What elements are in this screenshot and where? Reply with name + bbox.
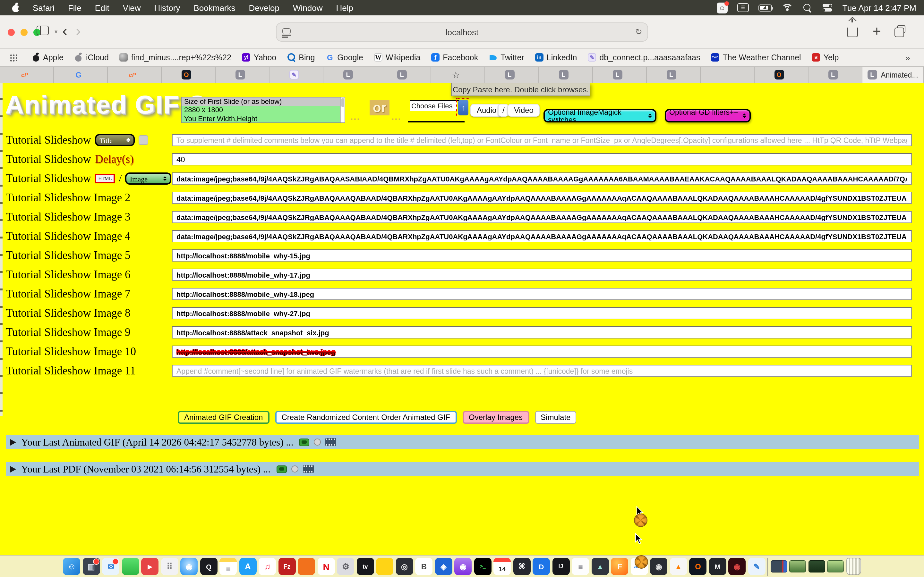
dock-item[interactable]	[376, 558, 394, 575]
dock-item[interactable]	[771, 560, 787, 572]
browser-tab[interactable]	[431, 67, 485, 83]
tab-overview-icon[interactable]	[897, 25, 905, 33]
dock-item[interactable]	[122, 558, 139, 575]
title-config-input[interactable]	[172, 134, 912, 147]
bookmark-item[interactable]: Yelp	[812, 53, 839, 62]
action-button[interactable]: Simulate	[535, 411, 576, 424]
image-url-input[interactable]	[172, 192, 912, 204]
dock-item[interactable]	[809, 560, 825, 572]
film-icon[interactable]	[302, 465, 313, 473]
battery-icon[interactable]	[758, 4, 772, 11]
gd-filters-select[interactable]: Optional GD filters++ ...	[665, 109, 751, 122]
size-select-scrollbar[interactable]	[340, 97, 344, 122]
disclosure-triangle-icon[interactable]	[10, 466, 16, 472]
bookmark-item[interactable]: The Weather Channel	[711, 53, 801, 62]
browser-tab[interactable]	[270, 67, 323, 83]
dock-item[interactable]: ◉	[181, 558, 198, 575]
dock-item[interactable]: ☺	[63, 558, 81, 575]
address-bar[interactable]: localhost	[276, 23, 648, 42]
gif-file-icon[interactable]	[299, 438, 309, 446]
dock-item[interactable]: ▶	[142, 558, 159, 575]
choose-files-button[interactable]: Choose Files	[410, 101, 457, 111]
close-window-button[interactable]	[8, 29, 15, 36]
size-select[interactable]: Size of First Slide (or as below) 2880 x…	[181, 97, 345, 123]
size-option-header[interactable]: Size of First Slide (or as below)	[182, 97, 344, 106]
keyboard-icon[interactable]	[737, 3, 749, 12]
dock-item[interactable]	[298, 558, 315, 575]
image-url-input[interactable]	[172, 365, 912, 377]
search-icon[interactable]	[803, 3, 813, 13]
browser-tab[interactable]	[0, 67, 54, 83]
bookmark-item[interactable]: Apple	[31, 53, 63, 62]
browser-tab[interactable]	[808, 67, 862, 83]
disclosure-bar[interactable]: Your Last PDF (November 03 2021 06:14:56…	[6, 462, 919, 476]
dock-item[interactable]: B	[415, 558, 433, 575]
dock-item[interactable]: N	[318, 558, 335, 575]
bookmark-item[interactable]: Wikipedia	[374, 53, 420, 62]
color-swatch-button[interactable]	[139, 135, 148, 145]
browser-tab[interactable]	[108, 67, 162, 83]
dock-item[interactable]: ◈	[435, 558, 452, 575]
dock-item[interactable]: ✉	[102, 558, 120, 575]
image-url-input[interactable]	[172, 346, 912, 358]
bookmark-item[interactable]: Google	[326, 53, 363, 62]
dock-item[interactable]: O	[690, 558, 707, 575]
video-button[interactable]: Video	[507, 104, 540, 117]
image-1-input[interactable]	[172, 173, 912, 185]
dock-item[interactable]: ♫	[259, 558, 276, 575]
dock-item[interactable]: IJ	[552, 558, 570, 575]
dock-item[interactable]: ◎	[396, 558, 413, 575]
dock-item[interactable]: 14	[494, 558, 511, 575]
dock-item[interactable]: ≣	[572, 558, 590, 575]
dock-item[interactable]: Fz	[278, 558, 296, 575]
gif-file-icon[interactable]	[276, 465, 286, 473]
menu-item[interactable]: Bookmarks	[194, 3, 235, 13]
browser-tab[interactable]	[593, 67, 646, 83]
action-button[interactable]: Create Randomized Content Order Animated…	[275, 411, 457, 424]
title-select[interactable]: Title	[95, 134, 135, 146]
bookmark-item[interactable]	[9, 53, 21, 61]
dock-item[interactable]: ▥	[83, 558, 100, 575]
browser-tab[interactable]	[162, 67, 216, 83]
dock-item[interactable]	[768, 558, 768, 575]
new-tab-icon[interactable]	[873, 23, 881, 40]
dock-item[interactable]: zoom	[631, 558, 648, 575]
chevron-down-icon[interactable]	[54, 28, 58, 35]
wifi-icon[interactable]	[782, 3, 793, 12]
film-icon[interactable]	[325, 438, 336, 446]
action-button[interactable]: Animated GIF Creation	[178, 411, 269, 424]
dock-item[interactable]	[790, 560, 806, 572]
menu-item[interactable]: View	[123, 3, 141, 13]
size-option-hint[interactable]: You Enter Width,Height	[182, 115, 344, 123]
html-button[interactable]: HTML	[95, 174, 115, 184]
browser-tab[interactable]	[377, 67, 431, 83]
browser-tab[interactable]	[646, 67, 700, 83]
refresh-icon[interactable]	[635, 27, 642, 37]
menu-item[interactable]: History	[154, 3, 180, 13]
minimize-window-button[interactable]	[21, 29, 27, 36]
dock-item[interactable]: ⚙	[337, 558, 355, 575]
bookmark-item[interactable]	[903, 53, 915, 61]
size-option-value[interactable]: 2880 x 1800	[182, 106, 344, 115]
menu-item[interactable]: Help	[336, 3, 353, 13]
bookmark-item[interactable]: db_connect.p...aaasaaafaas	[588, 53, 700, 62]
sidebar-icon[interactable]	[37, 26, 49, 35]
dock-item[interactable]: ▲	[591, 558, 609, 575]
image-url-input[interactable]	[172, 308, 912, 319]
app-notification-icon[interactable]	[717, 2, 728, 13]
url-text[interactable]: localhost	[276, 27, 648, 37]
image-url-input[interactable]	[172, 230, 912, 243]
dock-item[interactable]	[846, 558, 861, 575]
dock-item[interactable]: A	[239, 558, 257, 575]
browser-tab[interactable]	[54, 67, 108, 83]
dock-item[interactable]: >_	[474, 558, 491, 575]
dock-item[interactable]: tv	[357, 558, 374, 575]
browser-tab[interactable]	[700, 67, 754, 83]
apple-menu-icon[interactable]	[11, 3, 20, 13]
control-center-icon[interactable]	[822, 3, 833, 12]
menu-clock[interactable]: Tue Apr 14 2:47 PM	[843, 3, 916, 13]
imagemagick-select[interactable]: Optional ImageMagick switches ...	[543, 109, 656, 122]
disclosure-triangle-icon[interactable]	[10, 439, 16, 445]
dock-item[interactable]: D	[533, 558, 550, 575]
image-url-input[interactable]	[172, 288, 912, 300]
